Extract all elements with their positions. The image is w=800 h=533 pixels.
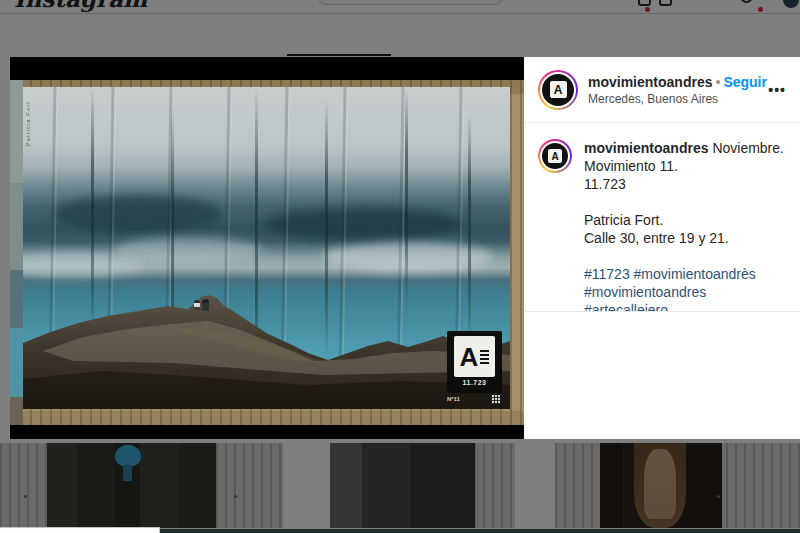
username-link[interactable]: movimientoandres <box>588 74 712 90</box>
stamp-text-lines <box>480 350 489 364</box>
user-avatar[interactable]: A <box>542 74 574 106</box>
stamp-logo: A <box>454 336 495 377</box>
browser-status-bar <box>0 527 160 533</box>
caption-line: Patricia Fort. <box>584 211 786 229</box>
caption-line: Movimiento 11. <box>584 157 786 175</box>
caption-avatar[interactable]: A <box>542 143 568 169</box>
section-divider <box>524 311 800 312</box>
caption-line: Noviembre. <box>712 140 784 156</box>
seascape-poster: Patricia Fort A 11.723 Nº11 <box>23 87 510 409</box>
story-ring[interactable]: A <box>538 70 578 110</box>
wall-edge <box>10 80 23 425</box>
poster-side-credit: Patricia Fort <box>25 101 31 146</box>
caption-username-link[interactable]: movimientoandres <box>584 140 708 156</box>
post-photo: Patricia Fort A 11.723 Nº11 <box>10 57 524 439</box>
avatar-logo-letter: A <box>551 151 558 162</box>
stamp-letter: A <box>460 344 479 370</box>
caption-line: 11.723 <box>584 175 786 193</box>
rocky-shore-artwork <box>23 289 510 409</box>
stamp-footnote: Nº11 <box>447 396 460 402</box>
post-modal: Patricia Fort A 11.723 Nº11 A <box>10 57 800 439</box>
hashtag-links[interactable]: #11723 #movimientoandrès <box>584 265 786 283</box>
separator-dot: • <box>715 74 720 90</box>
couple-figures <box>191 295 217 311</box>
post-header: A movimientoandres•Seguir Mercedes, Buen… <box>524 57 800 123</box>
post-details-panel: A movimientoandres•Seguir Mercedes, Buen… <box>524 57 800 439</box>
street-wall-photo: Patricia Fort A 11.723 Nº11 <box>10 80 524 425</box>
follow-button[interactable]: Seguir <box>723 74 767 90</box>
qr-code <box>491 395 500 404</box>
more-options-button[interactable]: ••• <box>768 85 786 95</box>
movimiento-stamp: A 11.723 <box>447 331 502 393</box>
caption-text: movimientoandres Noviembre. Movimiento 1… <box>584 139 786 311</box>
hashtag-links[interactable]: #movimientoandres #artecallejero <box>584 283 786 311</box>
caption-section: A movimientoandres Noviembre. Movimiento… <box>524 123 800 311</box>
caption-line: Calle 30, entre 19 y 21. <box>584 229 786 247</box>
caption-story-ring[interactable]: A <box>538 139 572 173</box>
stamp-number: 11.723 <box>454 379 495 386</box>
location-link[interactable]: Mercedes, Buenos Aires <box>588 92 758 106</box>
avatar-logo-letter: A <box>554 83 563 97</box>
